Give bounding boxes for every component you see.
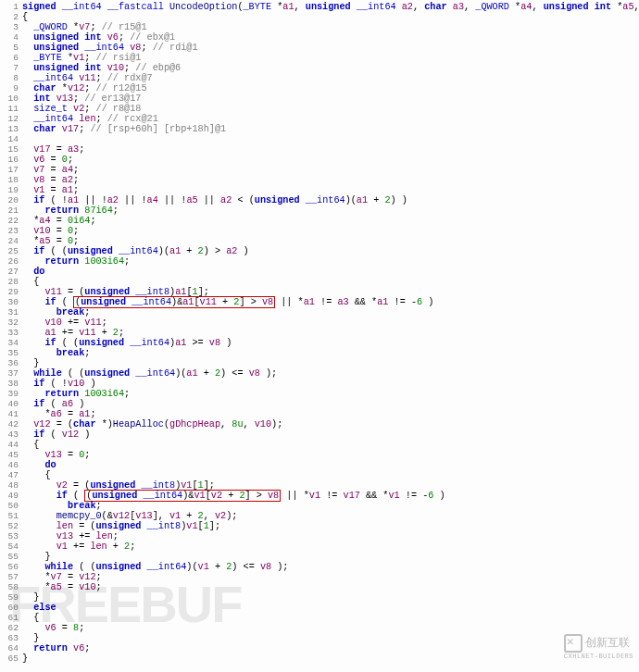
highlight-box: (unsigned __int64)&v1[v2 + 2] > v8 bbox=[84, 490, 281, 502]
api-call: memcpy_0 bbox=[56, 511, 102, 521]
code-text: unsigned __int64 v8; // rdi@1 bbox=[22, 43, 198, 53]
code-text: { bbox=[22, 613, 39, 623]
code-text: while ( (unsigned __int64)(a1 + 2) <= v8… bbox=[22, 368, 277, 379]
code-text: return 1003i64; bbox=[22, 389, 130, 399]
code-text: { bbox=[22, 12, 28, 22]
code-text: signed __int64 __fastcall UncodeOption(_… bbox=[22, 2, 639, 12]
code-text: v17 = a3; bbox=[22, 144, 84, 155]
code-text: *a5 = v10; bbox=[22, 582, 102, 592]
code-text: _QWORD *v7; // r15@1 bbox=[22, 22, 147, 32]
code-text: v13 += len; bbox=[22, 531, 119, 541]
code-text: { bbox=[22, 470, 51, 480]
function-name: UncodeOption bbox=[169, 2, 237, 12]
code-text: char v17; // [rsp+60h] [rbp+18h]@1 bbox=[22, 124, 226, 134]
code-text: int v13; // er13@17 bbox=[22, 93, 141, 104]
code-text: __int64 v11; // rdx@7 bbox=[22, 73, 153, 83]
decompiler-view: 1signed __int64 __fastcall UncodeOption(… bbox=[0, 0, 639, 666]
code-text: while ( (unsigned __int64)(v1 + 2) <= v8… bbox=[22, 562, 288, 572]
code-text: char *v12; // r12@15 bbox=[22, 83, 147, 93]
code-text: { bbox=[22, 440, 39, 450]
code-text: *v7 = v12; bbox=[22, 572, 102, 582]
code-text: unsigned int v10; // ebp@6 bbox=[22, 63, 181, 73]
code-text: return v6; bbox=[22, 643, 90, 653]
code-text: v10 = 0; bbox=[22, 226, 79, 236]
code-text: } bbox=[22, 592, 39, 603]
code-text: } bbox=[22, 552, 51, 562]
code-text: *a4 = 0i64; bbox=[22, 216, 96, 226]
code-text: if ( !v10 ) bbox=[22, 379, 96, 389]
code-text: memcpy_0(&v12[v13], v1 + 2, v2); bbox=[22, 511, 237, 521]
code-text: } bbox=[22, 358, 39, 368]
code-text: break; bbox=[22, 501, 102, 511]
code-text: _BYTE *v1; // rsi@1 bbox=[22, 53, 141, 63]
code-text: size_t v2; // r8@18 bbox=[22, 104, 141, 114]
highlight-box: (unsigned __int64)&a1[v11 + 2] > v8 bbox=[73, 296, 275, 308]
code-text: v7 = a4; bbox=[22, 165, 79, 175]
code-text: } bbox=[22, 653, 28, 664]
code-text: v8 = a2; bbox=[22, 175, 79, 185]
code-text: if ( (unsigned __int64)a1 >= v8 ) bbox=[22, 338, 232, 348]
code-text: break; bbox=[22, 348, 90, 358]
api-call: HeapAlloc bbox=[113, 419, 164, 429]
code-text: v12 = (char *)HeapAlloc(gDhcpHeap, 8u, v… bbox=[22, 419, 282, 429]
code-text: if ( v12 ) bbox=[22, 429, 90, 440]
code-text: do bbox=[22, 460, 56, 470]
code-text: v6 = 8; bbox=[22, 623, 84, 633]
code-text: } bbox=[22, 633, 39, 643]
code-text: do bbox=[22, 267, 44, 277]
code-text: else bbox=[22, 603, 56, 613]
code-text: return 87i64; bbox=[22, 205, 119, 216]
code-text: v1 = a1; bbox=[22, 185, 79, 195]
code-text: __int64 len; // rcx@21 bbox=[22, 114, 158, 124]
code-text: *a5 = 0; bbox=[22, 236, 79, 246]
code-text: if ( a6 ) bbox=[22, 399, 84, 409]
code-text: if ( (unsigned __int64)(a1 + 2) > a2 ) bbox=[22, 246, 249, 256]
code-text: v6 = 0; bbox=[22, 155, 73, 165]
code-text: v10 += v11; bbox=[22, 317, 107, 328]
line-number: 1 bbox=[2, 2, 22, 12]
code-text: return 1003i64; bbox=[22, 256, 130, 267]
code-text: unsigned int v6; // ebx@1 bbox=[22, 32, 175, 43]
code-text: break; bbox=[22, 307, 90, 317]
code-text: v13 = 0; bbox=[22, 450, 90, 460]
code-text: len = (unsigned __int8)v1[1]; bbox=[22, 521, 220, 531]
code-text: v1 += len + 2; bbox=[22, 541, 135, 552]
code-text: a1 += v11 + 2; bbox=[22, 328, 124, 338]
code-text: *a6 = a1; bbox=[22, 409, 96, 419]
code-text: { bbox=[22, 277, 39, 287]
code-text: if ( !a1 || !a2 || !a4 || !a5 || a2 < (u… bbox=[22, 195, 407, 205]
